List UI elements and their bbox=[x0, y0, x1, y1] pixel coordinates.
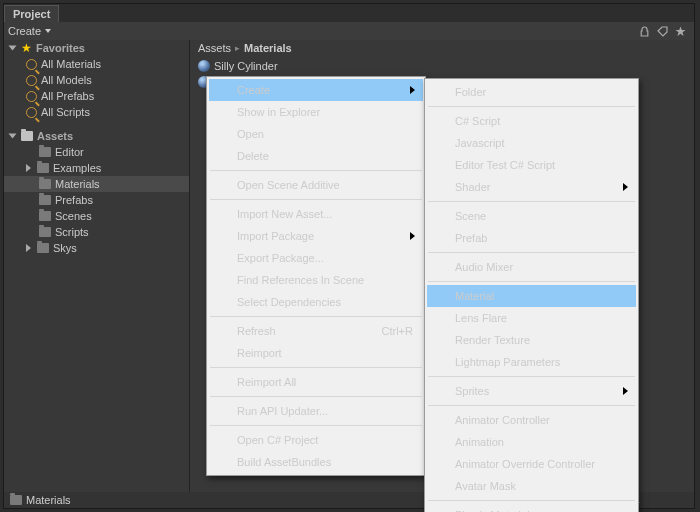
menu-item-open-c-project[interactable]: Open C# Project bbox=[209, 429, 423, 451]
star-icon: ★ bbox=[21, 41, 32, 55]
submenu-item-prefab[interactable]: Prefab bbox=[427, 227, 636, 249]
favorite-label: All Prefabs bbox=[41, 90, 94, 102]
favorite-item[interactable]: All Models bbox=[4, 72, 189, 88]
menu-item-label: Open Scene Additive bbox=[237, 179, 340, 191]
favorite-label: All Materials bbox=[41, 58, 101, 70]
menu-item-label: Open bbox=[237, 128, 264, 140]
chevron-down-icon bbox=[9, 134, 17, 139]
folder-icon bbox=[21, 131, 33, 141]
menu-item-refresh[interactable]: RefreshCtrl+R bbox=[209, 320, 423, 342]
folder-icon bbox=[39, 179, 51, 189]
sidebar-folder-scripts[interactable]: Scripts bbox=[4, 224, 189, 240]
folder-label: Materials bbox=[55, 178, 100, 190]
favorite-label: All Models bbox=[41, 74, 92, 86]
submenu-item-shader[interactable]: Shader bbox=[427, 176, 636, 198]
submenu-item-scene[interactable]: Scene bbox=[427, 205, 636, 227]
project-header: Create bbox=[4, 22, 694, 40]
submenu-item-animator-override-controller[interactable]: Animator Override Controller bbox=[427, 453, 636, 475]
submenu-item-avatar-mask[interactable]: Avatar Mask bbox=[427, 475, 636, 497]
tab-project[interactable]: Project bbox=[4, 5, 59, 22]
sidebar-folder-scenes[interactable]: Scenes bbox=[4, 208, 189, 224]
menu-item-label: Animator Controller bbox=[455, 414, 550, 426]
favorites-header[interactable]: ★ Favorites bbox=[4, 40, 189, 56]
submenu-item-animator-controller[interactable]: Animator Controller bbox=[427, 409, 636, 431]
chevron-right-icon bbox=[410, 232, 415, 240]
breadcrumb-part[interactable]: Materials bbox=[244, 42, 292, 54]
menu-item-reimport[interactable]: Reimport bbox=[209, 342, 423, 364]
create-dropdown[interactable]: Create bbox=[8, 25, 51, 37]
create-label: Create bbox=[8, 25, 41, 37]
sidebar-folder-prefabs[interactable]: Prefabs bbox=[4, 192, 189, 208]
assets-label: Assets bbox=[37, 130, 73, 142]
footer-path: Materials bbox=[26, 494, 71, 506]
menu-separator bbox=[428, 281, 635, 282]
menu-item-label: Build AssetBundles bbox=[237, 456, 331, 468]
menu-item-find-references-in-scene: Find References In Scene bbox=[209, 269, 423, 291]
menu-item-export-package[interactable]: Export Package... bbox=[209, 247, 423, 269]
submenu-item-folder[interactable]: Folder bbox=[427, 81, 636, 103]
search-icon bbox=[26, 107, 37, 118]
submenu-item-material[interactable]: Material bbox=[427, 285, 636, 307]
submenu-item-lens-flare[interactable]: Lens Flare bbox=[427, 307, 636, 329]
star-icon[interactable] bbox=[674, 25, 686, 37]
breadcrumb-part[interactable]: Assets bbox=[198, 42, 231, 54]
tag-icon[interactable] bbox=[656, 25, 668, 37]
menu-item-label: Animation bbox=[455, 436, 504, 448]
header-icons bbox=[638, 25, 690, 37]
submenu-item-audio-mixer[interactable]: Audio Mixer bbox=[427, 256, 636, 278]
asset-item[interactable]: Silly Cylinder bbox=[198, 58, 686, 74]
menu-item-import-new-asset[interactable]: Import New Asset... bbox=[209, 203, 423, 225]
submenu-item-lightmap-parameters[interactable]: Lightmap Parameters bbox=[427, 351, 636, 373]
chevron-right-icon: ▸ bbox=[235, 43, 240, 53]
menu-item-reimport-all[interactable]: Reimport All bbox=[209, 371, 423, 393]
lock-icon[interactable] bbox=[638, 25, 650, 37]
menu-separator bbox=[210, 396, 422, 397]
submenu-item-c-script[interactable]: C# Script bbox=[427, 110, 636, 132]
sidebar-folder-skys[interactable]: Skys bbox=[4, 240, 189, 256]
menu-item-label: Run API Updater... bbox=[237, 405, 328, 417]
menu-item-delete[interactable]: Delete bbox=[209, 145, 423, 167]
submenu-item-animation[interactable]: Animation bbox=[427, 431, 636, 453]
menu-item-label: Render Texture bbox=[455, 334, 530, 346]
favorites-label: Favorites bbox=[36, 42, 85, 54]
menu-item-open[interactable]: Open bbox=[209, 123, 423, 145]
favorite-item[interactable]: All Prefabs bbox=[4, 88, 189, 104]
submenu-item-sprites[interactable]: Sprites bbox=[427, 380, 636, 402]
menu-item-label: Import New Asset... bbox=[237, 208, 332, 220]
menu-item-open-scene-additive: Open Scene Additive bbox=[209, 174, 423, 196]
favorite-label: All Scripts bbox=[41, 106, 90, 118]
folder-label: Scripts bbox=[55, 226, 89, 238]
assets-header[interactable]: Assets bbox=[4, 128, 189, 144]
chevron-right-icon bbox=[410, 86, 415, 94]
submenu-item-javascript[interactable]: Javascript bbox=[427, 132, 636, 154]
favorite-item[interactable]: All Materials bbox=[4, 56, 189, 72]
submenu-item-render-texture[interactable]: Render Texture bbox=[427, 329, 636, 351]
search-icon bbox=[26, 75, 37, 86]
menu-separator bbox=[428, 106, 635, 107]
menu-item-label: Export Package... bbox=[237, 252, 324, 264]
folder-label: Skys bbox=[53, 242, 77, 254]
menu-item-label: Animator Override Controller bbox=[455, 458, 595, 470]
sidebar: ★ Favorites All MaterialsAll ModelsAll P… bbox=[4, 40, 190, 508]
menu-separator bbox=[210, 316, 422, 317]
menu-item-build-assetbundles[interactable]: Build AssetBundles bbox=[209, 451, 423, 473]
menu-item-create[interactable]: Create bbox=[209, 79, 423, 101]
sidebar-folder-examples[interactable]: Examples bbox=[4, 160, 189, 176]
favorite-item[interactable]: All Scripts bbox=[4, 104, 189, 120]
folder-label: Prefabs bbox=[55, 194, 93, 206]
menu-item-label: Audio Mixer bbox=[455, 261, 513, 273]
submenu-item-physic-material[interactable]: Physic Material bbox=[427, 504, 636, 512]
sidebar-folder-editor[interactable]: Editor bbox=[4, 144, 189, 160]
menu-item-label: Scene bbox=[455, 210, 486, 222]
sidebar-folder-materials[interactable]: Materials bbox=[4, 176, 189, 192]
folder-icon bbox=[10, 495, 22, 505]
menu-separator bbox=[210, 199, 422, 200]
search-icon bbox=[26, 91, 37, 102]
folder-icon bbox=[39, 147, 51, 157]
menu-item-import-package[interactable]: Import Package bbox=[209, 225, 423, 247]
menu-item-label: Create bbox=[237, 84, 270, 96]
breadcrumb: Assets ▸ Materials bbox=[190, 40, 694, 56]
submenu-item-editor-test-c-script[interactable]: Editor Test C# Script bbox=[427, 154, 636, 176]
menu-item-show-in-explorer[interactable]: Show in Explorer bbox=[209, 101, 423, 123]
menu-item-select-dependencies[interactable]: Select Dependencies bbox=[209, 291, 423, 313]
